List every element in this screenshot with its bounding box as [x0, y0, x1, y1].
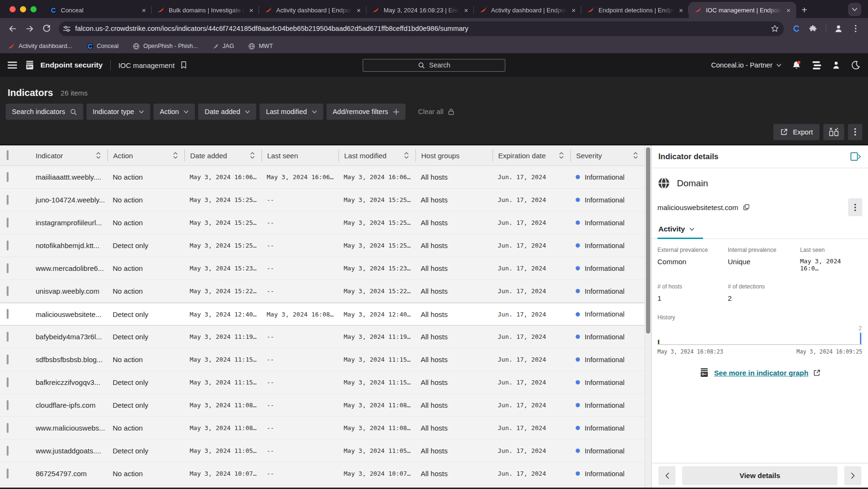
indicator-options-button[interactable] — [848, 198, 862, 216]
browser-tab[interactable]: Activity dashboard | Endpoin× — [474, 2, 581, 18]
table-row[interactable]: www.justaddgoats....Detect onlyMay 3, 20… — [0, 440, 645, 462]
table-row[interactable]: bafybeidy4ma73r6l...Detect onlyMay 3, 20… — [0, 326, 645, 348]
row-checkbox[interactable] — [7, 218, 9, 228]
conceal-extension-button[interactable] — [789, 21, 804, 36]
browser-tab[interactable]: Activity dashboard | Endpoin× — [259, 2, 366, 18]
tab-close-icon[interactable]: × — [785, 6, 791, 14]
table-row[interactable]: www.maliciouswebs...No actionMay 3, 2024… — [0, 417, 645, 440]
tab-close-icon[interactable]: × — [248, 6, 254, 14]
column-header-action[interactable]: Action — [107, 149, 184, 162]
tab-close-icon[interactable]: × — [356, 6, 362, 14]
filter-action-button[interactable]: Action — [154, 104, 195, 120]
next-indicator-button[interactable] — [844, 466, 861, 485]
browser-tab[interactable]: Bulk domains | Investigate | F× — [152, 2, 259, 18]
export-button[interactable]: Export — [773, 124, 820, 140]
tab-close-icon[interactable]: × — [463, 6, 469, 14]
table-row[interactable]: notofikahbemjd.ktt...Detect onlyMay 3, 2… — [0, 234, 645, 257]
window-close-button[interactable] — [10, 6, 16, 12]
address-bar[interactable]: falcon.us-2.crowdstrike.com/iocs/indicat… — [59, 21, 784, 36]
table-row[interactable]: 867254797.comNo actionMay 3, 2024 10:07…… — [0, 462, 645, 485]
table-row[interactable]: instagramprofiileurl...No actionMay 3, 2… — [0, 211, 645, 234]
reload-button[interactable] — [39, 21, 54, 36]
row-checkbox[interactable] — [7, 309, 9, 319]
row-checkbox[interactable] — [7, 423, 9, 433]
bookmark-item[interactable]: Activity dashboard... — [8, 42, 72, 50]
profile-button[interactable] — [831, 21, 846, 36]
back-button[interactable] — [5, 21, 20, 36]
expand-panel-icon[interactable] — [850, 152, 861, 161]
browser-tab[interactable]: Endpoint detections | Endpo× — [581, 2, 689, 18]
row-checkbox[interactable] — [7, 355, 9, 364]
user-profile-icon[interactable] — [831, 60, 841, 70]
column-header-expiration-date[interactable]: Expiration date — [492, 149, 570, 162]
notifications-bell-icon[interactable] — [791, 60, 801, 70]
browser-menu-button[interactable] — [848, 21, 863, 36]
table-row[interactable]: unisvap.weebly.comNo actionMay 3, 2024 1… — [0, 280, 645, 303]
extensions-button[interactable] — [806, 21, 821, 36]
bookmark-item[interactable]: JAG — [212, 43, 234, 50]
column-header-indicator[interactable]: Indicator — [30, 149, 107, 162]
tab-overflow-button[interactable] — [848, 3, 861, 16]
column-header-last-modified[interactable]: Last modified — [338, 149, 415, 162]
browser-tab[interactable]: Conceal× — [44, 2, 152, 18]
row-checkbox[interactable] — [7, 263, 9, 273]
table-more-options-button[interactable] — [848, 124, 862, 140]
window-zoom-button[interactable] — [30, 6, 37, 12]
column-header-date-added[interactable]: Date added — [184, 149, 261, 162]
table-row[interactable]: juno-104724.weebly...No actionMay 3, 202… — [0, 189, 645, 211]
row-checkbox[interactable] — [7, 377, 9, 387]
tab-close-icon[interactable]: × — [141, 6, 147, 14]
row-checkbox[interactable] — [7, 286, 9, 296]
bookmark-star-icon[interactable] — [771, 24, 779, 33]
filter-last-modified-button[interactable]: Last modified — [260, 104, 323, 120]
filter-search-indicators-button[interactable]: Search indicators — [6, 104, 83, 120]
bookmark-item[interactable]: OpenPhish - Phish... — [133, 43, 198, 50]
table-row[interactable]: sdfbsbsfbsbsb.blog...No actionMay 3, 202… — [0, 348, 645, 371]
table-row[interactable]: maiiliaaattt.weebly....No actionMay 3, 2… — [0, 166, 645, 189]
row-checkbox[interactable] — [7, 469, 9, 479]
bookmark-page-icon[interactable] — [180, 61, 187, 69]
tab-close-icon[interactable]: × — [678, 6, 684, 14]
row-checkbox[interactable] — [7, 400, 9, 410]
global-search-box[interactable]: Search — [363, 59, 505, 72]
select-all-checkbox[interactable] — [7, 150, 9, 160]
table-row[interactable]: maliciouswebsitete...Detect onlyMay 3, 2… — [0, 303, 645, 326]
endpoint-security-app-icon[interactable] — [25, 60, 35, 70]
manage-columns-button[interactable] — [823, 124, 844, 140]
copy-icon[interactable] — [743, 203, 750, 211]
filter-add-remove-filters-button[interactable]: Add/remove filters — [327, 104, 405, 120]
row-checkbox[interactable] — [7, 172, 9, 182]
bookmark-item[interactable]: MWT — [248, 43, 273, 50]
browser-tab[interactable]: May 3, 2024 16:08:23 | Endp× — [366, 2, 474, 18]
filter-date-added-button[interactable]: Date added — [198, 104, 256, 120]
site-info-icon[interactable] — [63, 25, 71, 33]
clear-all-button[interactable]: Clear all — [412, 104, 461, 120]
previous-indicator-button[interactable] — [658, 466, 675, 485]
falcon-modules-icon[interactable] — [811, 61, 821, 70]
see-more-indicator-graph-link[interactable]: See more in indicator graph — [714, 369, 808, 377]
url-text[interactable]: falcon.us-2.crowdstrike.com/iocs/indicat… — [75, 25, 766, 32]
filter-indicator-type-button[interactable]: Indicator type — [87, 104, 150, 120]
row-checkbox[interactable] — [7, 446, 9, 456]
forward-button[interactable] — [22, 21, 37, 36]
new-tab-button[interactable]: + — [796, 2, 812, 18]
tab-activity[interactable]: Activity — [657, 224, 703, 239]
hamburger-menu-icon[interactable] — [8, 61, 17, 69]
dark-mode-moon-icon[interactable] — [851, 60, 860, 70]
table-scrollbar[interactable] — [645, 145, 651, 488]
table-row[interactable]: cloudflare-ipfs.comDetect onlyMay 3, 202… — [0, 394, 645, 417]
row-checkbox[interactable] — [7, 195, 9, 205]
window-minimize-button[interactable] — [20, 6, 26, 12]
cell-last-seen: -- — [261, 196, 338, 203]
column-header-severity[interactable]: Severity — [570, 149, 645, 162]
scrollbar-thumb[interactable] — [646, 147, 650, 334]
table-row[interactable]: www.mercadolibre6...No actionMay 3, 2024… — [0, 257, 645, 280]
table-row[interactable]: bafkreiczzifvogqv3...Detect onlyMay 3, 2… — [0, 371, 645, 394]
bookmark-item[interactable]: Conceal — [87, 43, 119, 50]
view-details-button[interactable]: View details — [682, 466, 838, 485]
tenant-switcher[interactable]: Conceal.io - Partner — [711, 61, 781, 69]
row-checkbox[interactable] — [7, 240, 9, 250]
tab-close-icon[interactable]: × — [570, 6, 577, 14]
browser-tab-active[interactable]: IOC management | Endpoint× — [689, 2, 796, 18]
row-checkbox[interactable] — [7, 332, 9, 342]
